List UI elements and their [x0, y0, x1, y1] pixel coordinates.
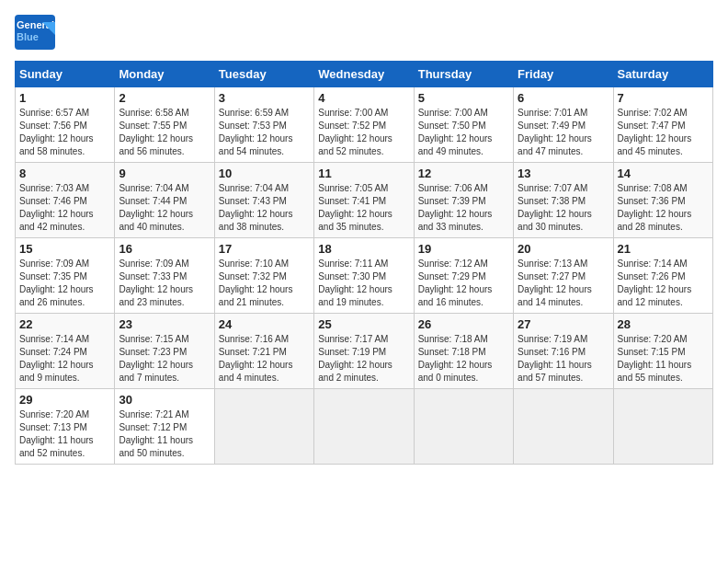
day-info: Sunrise: 7:13 AM Sunset: 7:27 PM Dayligh…	[518, 258, 609, 309]
day-number: 3	[219, 91, 310, 105]
calendar-cell: 17Sunrise: 7:10 AM Sunset: 7:32 PM Dayli…	[214, 238, 313, 314]
calendar-cell: 21Sunrise: 7:14 AM Sunset: 7:26 PM Dayli…	[613, 238, 712, 314]
day-number: 18	[318, 242, 409, 256]
day-info: Sunrise: 6:57 AM Sunset: 7:56 PM Dayligh…	[19, 107, 110, 158]
day-number: 17	[219, 242, 310, 256]
day-number: 1	[19, 91, 110, 105]
svg-text:Blue: Blue	[17, 31, 39, 42]
day-info: Sunrise: 7:19 AM Sunset: 7:16 PM Dayligh…	[518, 333, 609, 385]
weekday-header-saturday: Saturday	[613, 62, 712, 87]
day-info: Sunrise: 7:14 AM Sunset: 7:26 PM Dayligh…	[618, 258, 709, 309]
calendar-cell: 26Sunrise: 7:18 AM Sunset: 7:18 PM Dayli…	[414, 314, 513, 389]
day-number: 10	[219, 167, 310, 180]
calendar-table: SundayMondayTuesdayWednesdayThursdayFrid…	[15, 61, 713, 465]
calendar-cell: 15Sunrise: 7:09 AM Sunset: 7:35 PM Dayli…	[16, 238, 115, 314]
day-number: 12	[418, 167, 509, 180]
day-info: Sunrise: 7:17 AM Sunset: 7:19 PM Dayligh…	[318, 333, 409, 385]
day-info: Sunrise: 6:59 AM Sunset: 7:53 PM Dayligh…	[219, 107, 310, 158]
day-number: 5	[418, 91, 509, 105]
day-number: 25	[318, 317, 409, 331]
calendar-cell: 10Sunrise: 7:04 AM Sunset: 7:43 PM Dayli…	[214, 163, 313, 238]
weekday-header-wednesday: Wednesday	[314, 62, 414, 87]
day-info: Sunrise: 7:18 AM Sunset: 7:18 PM Dayligh…	[418, 333, 509, 385]
day-info: Sunrise: 7:14 AM Sunset: 7:24 PM Dayligh…	[19, 333, 110, 385]
calendar-cell: 9Sunrise: 7:04 AM Sunset: 7:44 PM Daylig…	[115, 163, 214, 238]
day-number: 24	[219, 317, 310, 331]
day-number: 7	[618, 91, 709, 105]
logo: General Blue	[15, 15, 55, 50]
calendar-week-5: 29Sunrise: 7:20 AM Sunset: 7:13 PM Dayli…	[16, 389, 713, 465]
day-info: Sunrise: 7:21 AM Sunset: 7:12 PM Dayligh…	[119, 408, 210, 460]
day-number: 16	[119, 242, 210, 256]
calendar-cell: 16Sunrise: 7:09 AM Sunset: 7:33 PM Dayli…	[115, 238, 214, 314]
day-number: 29	[19, 393, 110, 407]
day-info: Sunrise: 7:09 AM Sunset: 7:35 PM Dayligh…	[19, 258, 110, 309]
calendar-cell: 30Sunrise: 7:21 AM Sunset: 7:12 PM Dayli…	[115, 389, 214, 465]
day-info: Sunrise: 7:20 AM Sunset: 7:13 PM Dayligh…	[19, 408, 110, 460]
day-number: 11	[318, 167, 409, 180]
weekday-header-monday: Monday	[115, 62, 214, 87]
day-info: Sunrise: 7:04 AM Sunset: 7:43 PM Dayligh…	[219, 182, 310, 234]
day-info: Sunrise: 7:08 AM Sunset: 7:36 PM Dayligh…	[618, 182, 709, 234]
day-number: 4	[318, 91, 409, 105]
day-info: Sunrise: 7:00 AM Sunset: 7:52 PM Dayligh…	[318, 107, 409, 158]
day-number: 8	[19, 167, 110, 180]
calendar-cell: 22Sunrise: 7:14 AM Sunset: 7:24 PM Dayli…	[16, 314, 115, 389]
day-number: 6	[518, 91, 609, 105]
calendar-cell	[514, 389, 613, 465]
calendar-cell: 5Sunrise: 7:00 AM Sunset: 7:50 PM Daylig…	[414, 87, 513, 163]
weekday-header-friday: Friday	[514, 62, 613, 87]
day-number: 13	[518, 167, 609, 180]
day-number: 21	[618, 242, 709, 256]
calendar-cell: 2Sunrise: 6:58 AM Sunset: 7:55 PM Daylig…	[115, 87, 214, 163]
day-number: 9	[119, 167, 210, 180]
calendar-week-4: 22Sunrise: 7:14 AM Sunset: 7:24 PM Dayli…	[16, 314, 713, 389]
calendar-week-1: 1Sunrise: 6:57 AM Sunset: 7:56 PM Daylig…	[16, 87, 713, 163]
calendar-cell: 20Sunrise: 7:13 AM Sunset: 7:27 PM Dayli…	[514, 238, 613, 314]
day-info: Sunrise: 7:09 AM Sunset: 7:33 PM Dayligh…	[119, 258, 210, 309]
weekday-header-thursday: Thursday	[414, 62, 513, 87]
day-number: 30	[119, 393, 210, 407]
calendar-cell: 19Sunrise: 7:12 AM Sunset: 7:29 PM Dayli…	[414, 238, 513, 314]
day-number: 14	[618, 167, 709, 180]
calendar-cell: 1Sunrise: 6:57 AM Sunset: 7:56 PM Daylig…	[16, 87, 115, 163]
day-number: 2	[119, 91, 210, 105]
calendar-cell	[314, 389, 414, 465]
day-info: Sunrise: 7:02 AM Sunset: 7:47 PM Dayligh…	[618, 107, 709, 158]
day-number: 28	[618, 317, 709, 331]
calendar-cell: 23Sunrise: 7:15 AM Sunset: 7:23 PM Dayli…	[115, 314, 214, 389]
day-info: Sunrise: 6:58 AM Sunset: 7:55 PM Dayligh…	[119, 107, 210, 158]
weekday-header-sunday: Sunday	[16, 62, 115, 87]
calendar-week-3: 15Sunrise: 7:09 AM Sunset: 7:35 PM Dayli…	[16, 238, 713, 314]
day-info: Sunrise: 7:20 AM Sunset: 7:15 PM Dayligh…	[618, 333, 709, 385]
day-info: Sunrise: 7:05 AM Sunset: 7:41 PM Dayligh…	[318, 182, 409, 234]
day-info: Sunrise: 7:00 AM Sunset: 7:50 PM Dayligh…	[418, 107, 509, 158]
page-header: General Blue	[15, 15, 713, 50]
calendar-cell: 13Sunrise: 7:07 AM Sunset: 7:38 PM Dayli…	[514, 163, 613, 238]
calendar-cell: 14Sunrise: 7:08 AM Sunset: 7:36 PM Dayli…	[613, 163, 712, 238]
calendar-cell: 7Sunrise: 7:02 AM Sunset: 7:47 PM Daylig…	[613, 87, 712, 163]
calendar-cell: 18Sunrise: 7:11 AM Sunset: 7:30 PM Dayli…	[314, 238, 414, 314]
calendar-cell: 8Sunrise: 7:03 AM Sunset: 7:46 PM Daylig…	[16, 163, 115, 238]
day-number: 19	[418, 242, 509, 256]
day-number: 20	[518, 242, 609, 256]
calendar-cell	[214, 389, 313, 465]
weekday-header-tuesday: Tuesday	[214, 62, 313, 87]
day-info: Sunrise: 7:07 AM Sunset: 7:38 PM Dayligh…	[518, 182, 609, 234]
day-info: Sunrise: 7:06 AM Sunset: 7:39 PM Dayligh…	[418, 182, 509, 234]
calendar-header: SundayMondayTuesdayWednesdayThursdayFrid…	[16, 62, 713, 87]
day-info: Sunrise: 7:15 AM Sunset: 7:23 PM Dayligh…	[119, 333, 210, 385]
calendar-cell: 12Sunrise: 7:06 AM Sunset: 7:39 PM Dayli…	[414, 163, 513, 238]
calendar-cell: 3Sunrise: 6:59 AM Sunset: 7:53 PM Daylig…	[214, 87, 313, 163]
calendar-cell: 25Sunrise: 7:17 AM Sunset: 7:19 PM Dayli…	[314, 314, 414, 389]
calendar-cell	[613, 389, 712, 465]
calendar-cell: 11Sunrise: 7:05 AM Sunset: 7:41 PM Dayli…	[314, 163, 414, 238]
calendar-cell: 24Sunrise: 7:16 AM Sunset: 7:21 PM Dayli…	[214, 314, 313, 389]
calendar-week-2: 8Sunrise: 7:03 AM Sunset: 7:46 PM Daylig…	[16, 163, 713, 238]
calendar-cell: 29Sunrise: 7:20 AM Sunset: 7:13 PM Dayli…	[16, 389, 115, 465]
day-info: Sunrise: 7:11 AM Sunset: 7:30 PM Dayligh…	[318, 258, 409, 309]
calendar-cell: 27Sunrise: 7:19 AM Sunset: 7:16 PM Dayli…	[514, 314, 613, 389]
day-number: 15	[19, 242, 110, 256]
calendar-cell: 6Sunrise: 7:01 AM Sunset: 7:49 PM Daylig…	[514, 87, 613, 163]
calendar-cell: 28Sunrise: 7:20 AM Sunset: 7:15 PM Dayli…	[613, 314, 712, 389]
